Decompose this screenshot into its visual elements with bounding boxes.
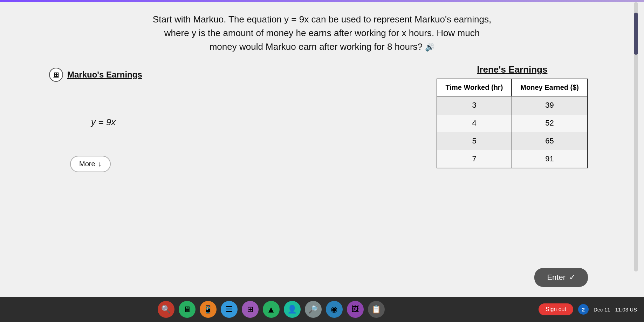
left-section: ⊞ Markuo's Earnings y = 9x More ↓ xyxy=(28,64,437,172)
sign-out-button[interactable]: Sign out xyxy=(539,303,573,315)
enter-button[interactable]: Enter ✓ xyxy=(534,268,588,287)
app-taskbar-icon[interactable]: 📱 xyxy=(200,301,217,318)
scrollbar-thumb[interactable] xyxy=(634,13,638,55)
markuo-title-text: Markuo's Earnings xyxy=(67,70,142,80)
search2-taskbar-icon[interactable]: 🔎 xyxy=(305,301,322,318)
question-line2: where y is the amount of money he earns … xyxy=(164,28,480,38)
enter-check: ✓ xyxy=(569,273,575,282)
more-arrow: ↓ xyxy=(98,160,102,168)
time-cell: 4 xyxy=(437,114,512,132)
money-cell: 39 xyxy=(512,96,588,114)
table-row: 4 52 xyxy=(437,114,588,132)
calculator-icon[interactable]: ⊞ xyxy=(49,68,63,82)
grid-taskbar-icon[interactable]: ⊞ xyxy=(242,301,259,318)
chrome-taskbar-icon[interactable]: ◉ xyxy=(326,301,343,318)
enter-label: Enter xyxy=(547,273,566,282)
user-taskbar-icon[interactable]: 👤 xyxy=(284,301,301,318)
taskbar-time: 11:03 US xyxy=(615,307,637,313)
bottom-area: Enter ✓ xyxy=(28,265,616,290)
question-text: Start with Markuo. The equation y = 9x c… xyxy=(28,13,616,54)
remote-taskbar-icon[interactable]: 🖥 xyxy=(179,301,196,318)
drive-taskbar-icon[interactable]: ▲ xyxy=(263,301,280,318)
clipboard-taskbar-icon[interactable]: 📋 xyxy=(368,301,385,318)
more-label: More xyxy=(79,160,95,168)
menu-taskbar-icon[interactable]: ☰ xyxy=(221,301,238,318)
right-section: Irene's Earnings Time Worked (hr) Money … xyxy=(437,64,588,168)
equation-text: y = 9x xyxy=(91,117,116,127)
irene-title: Irene's Earnings xyxy=(477,64,547,75)
taskbar-date: Dec 11 xyxy=(594,307,610,313)
time-cell: 5 xyxy=(437,132,512,150)
scrollbar[interactable] xyxy=(633,2,639,271)
table-row: 5 65 xyxy=(437,132,588,150)
more-button-area: More ↓ xyxy=(70,156,111,172)
taskbar-icons: 🔍 🖥 📱 ☰ ⊞ ▲ 👤 🔎 ◉ 🖼 📋 xyxy=(7,301,535,318)
col-header-time: Time Worked (hr) xyxy=(437,79,512,96)
question-line3: money would Markuo earn after working fo… xyxy=(210,41,423,52)
taskbar-right: Sign out 2 Dec 11 11:03 US xyxy=(539,303,637,315)
main-content: Start with Markuo. The equation y = 9x c… xyxy=(0,2,644,297)
table-row: 7 91 xyxy=(437,150,588,168)
time-cell: 3 xyxy=(437,96,512,114)
time-cell: 7 xyxy=(437,150,512,168)
notification-badge: 2 xyxy=(578,304,589,315)
earnings-table: Time Worked (hr) Money Earned ($) 3 39 4… xyxy=(437,79,588,168)
markuo-equation: y = 9x xyxy=(91,117,116,128)
photo-taskbar-icon[interactable]: 🖼 xyxy=(347,301,364,318)
table-row: 3 39 xyxy=(437,96,588,114)
taskbar: 🔍 🖥 📱 ☰ ⊞ ▲ 👤 🔎 ◉ 🖼 📋 Sign out 2 Dec 11 … xyxy=(0,297,644,322)
question-line1: Start with Markuo. The equation y = 9x c… xyxy=(153,14,491,25)
scrollbar-track xyxy=(634,2,638,271)
more-button[interactable]: More ↓ xyxy=(70,156,111,172)
money-cell: 52 xyxy=(512,114,588,132)
speaker-icon[interactable]: 🔊 xyxy=(425,41,434,53)
money-cell: 65 xyxy=(512,132,588,150)
content-row: ⊞ Markuo's Earnings y = 9x More ↓ Irene'… xyxy=(28,64,616,265)
col-header-money: Money Earned ($) xyxy=(512,79,588,96)
search-taskbar-icon[interactable]: 🔍 xyxy=(158,301,174,318)
markuo-title: ⊞ Markuo's Earnings xyxy=(49,68,142,82)
money-cell: 91 xyxy=(512,150,588,168)
